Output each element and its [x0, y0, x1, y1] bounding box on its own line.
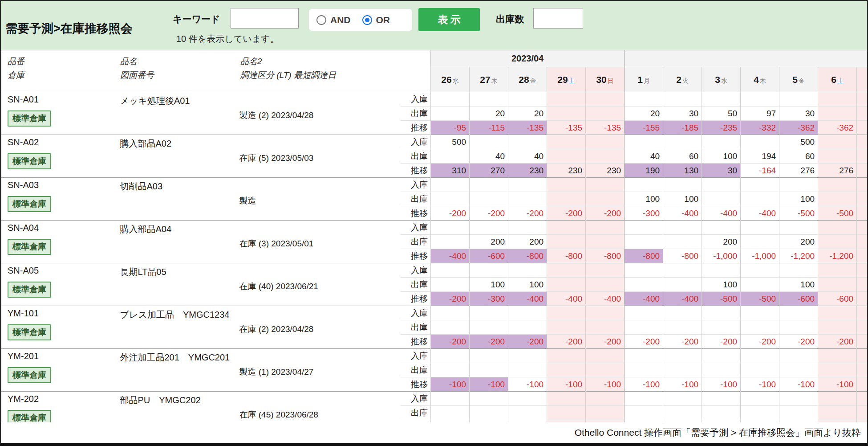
balance-value-cell: 30 — [702, 164, 741, 178]
balance-value-cell: -100 — [741, 377, 779, 392]
balance-value-cell: -400 — [741, 206, 779, 221]
inbound-value-cell — [702, 135, 741, 149]
balance-row-label: 推移 — [401, 335, 431, 349]
item-name-cell: 購入部品A02 — [120, 135, 239, 178]
date-day: 1 — [637, 74, 643, 85]
balance-value-cell: -400 — [586, 292, 625, 306]
and-or-radio-group: AND OR — [309, 9, 412, 31]
shipment-qty-label: 出庫数 — [496, 13, 524, 25]
balance-value-cell: -200 — [779, 335, 818, 349]
inbound-value-cell — [547, 306, 586, 320]
outbound-value-cell: 100 — [470, 278, 508, 292]
balance-value-cell: -400 — [663, 292, 702, 306]
inbound-value-cell — [431, 306, 470, 320]
outbound-value-cell: 200 — [508, 235, 547, 249]
outbound-value-cell — [431, 192, 470, 206]
balance-value-cell: -200 — [625, 335, 663, 349]
balance-value-cell: -100 — [779, 377, 818, 392]
month-header-may — [625, 50, 868, 67]
balance-value-cell: -185 — [663, 121, 702, 135]
balance-value-cell: -500 — [779, 206, 818, 221]
balance-value-cell: -100 — [663, 377, 702, 392]
outbound-value-cell: 194 — [741, 149, 779, 164]
item-code-cell: SN-A02標準倉庫 — [1, 135, 120, 178]
inbound-value-cell — [431, 392, 470, 406]
outbound-value-cell — [857, 320, 868, 335]
inbound-value-cell — [586, 306, 625, 320]
inbound-row-label: 入庫 — [401, 135, 431, 149]
outbound-value-cell — [779, 320, 818, 335]
outbound-value-cell: 97 — [741, 106, 779, 121]
inbound-value-cell — [470, 306, 508, 320]
date-weekday: 木 — [760, 77, 766, 84]
date-column-header — [857, 67, 868, 92]
inbound-value-cell — [818, 135, 857, 149]
outbound-row-label: 出庫 — [401, 363, 431, 377]
balance-value-cell: -200 — [431, 206, 470, 221]
inbound-value-cell — [470, 392, 508, 406]
balance-value-cell: -200 — [470, 206, 508, 221]
shipment-qty-input[interactable] — [533, 8, 583, 29]
item-code: SN-A03 — [8, 178, 120, 190]
outbound-row-label: 出庫 — [401, 149, 431, 164]
outbound-value-cell — [625, 235, 663, 249]
balance-value-cell: 230 — [508, 164, 547, 178]
keyword-label: キーワード — [173, 13, 220, 25]
and-radio-option[interactable]: AND — [316, 15, 351, 25]
item-code: SN-A02 — [8, 135, 120, 147]
inbound-value-cell — [702, 263, 741, 278]
outbound-value-cell — [741, 278, 779, 292]
balance-value-cell: -200 — [547, 335, 586, 349]
show-button[interactable]: 表示 — [418, 8, 480, 31]
outbound-value-cell — [547, 278, 586, 292]
item-name-cell: 外注加工品201 YMGC201 — [120, 349, 239, 392]
outbound-value-cell — [547, 363, 586, 377]
balance-value-cell: 230 — [547, 164, 586, 178]
item-name-cell: プレス加工品 YMGC1234 — [120, 306, 239, 349]
outbound-value-cell — [547, 149, 586, 164]
balance-value-cell: -400 — [431, 249, 470, 263]
table-row: SN-A04標準倉庫購入部品A04在庫 (3) 2023/05/01入庫 — [1, 221, 868, 235]
inbound-value-cell — [702, 178, 741, 192]
balance-value-cell: -332 — [741, 121, 779, 135]
inbound-value-cell — [818, 178, 857, 192]
outbound-value-cell — [857, 406, 868, 420]
date-column-header: 29土 — [547, 67, 586, 92]
and-radio-icon[interactable] — [316, 15, 326, 25]
inbound-value-cell — [470, 263, 508, 278]
inbound-value-cell — [741, 349, 779, 363]
inbound-value-cell — [857, 135, 868, 149]
balance-value-cell: -100 — [625, 377, 663, 392]
outbound-row-label: 出庫 — [401, 192, 431, 206]
left-column-headers: 品番 品名 品名2 倉庫 図面番号 調達区分 (LT) 最短調達日 — [1, 50, 431, 92]
inbound-value-cell — [818, 263, 857, 278]
table-row: SN-A03標準倉庫切削品A03製造入庫 — [1, 178, 868, 192]
inbound-value-cell — [547, 178, 586, 192]
keyword-input[interactable] — [231, 8, 299, 29]
or-radio-icon[interactable] — [362, 15, 372, 25]
outbound-value-cell: 50 — [702, 106, 741, 121]
inbound-value-cell — [586, 92, 625, 106]
item-name-cell: 切削品A03 — [120, 178, 239, 221]
inbound-value-cell — [818, 306, 857, 320]
outbound-value-cell — [431, 363, 470, 377]
col-header-item-name: 品名 — [120, 54, 239, 68]
date-weekday: 木 — [491, 77, 498, 84]
inbound-value-cell — [663, 178, 702, 192]
outbound-value-cell: 20 — [470, 106, 508, 121]
col-header-item-code: 品番 — [1, 54, 120, 68]
outbound-value-cell — [702, 192, 741, 206]
outbound-value-cell — [470, 363, 508, 377]
balance-value-cell — [857, 292, 868, 306]
or-radio-option[interactable]: OR — [362, 15, 390, 25]
outbound-value-cell — [470, 406, 508, 420]
balance-value-cell: -100 — [547, 377, 586, 392]
balance-value-cell: -235 — [702, 121, 741, 135]
top-bar: 需要予測>在庫推移照会 キーワード AND OR 表示 出庫数 10 件を表示し… — [1, 1, 867, 50]
balance-value-cell: -1,000 — [702, 249, 741, 263]
balance-row-label: 推移 — [401, 292, 431, 306]
inbound-value-cell — [508, 349, 547, 363]
balance-row-label: 推移 — [401, 164, 431, 178]
inbound-row-label: 入庫 — [401, 392, 431, 406]
inbound-value-cell — [663, 221, 702, 235]
